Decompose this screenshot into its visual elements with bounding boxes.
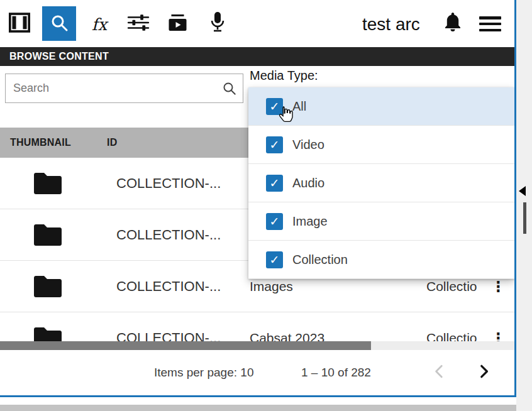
row-id: COLLECTION-... [116,158,221,209]
filters-button[interactable] [127,14,150,33]
option-label: Audio [292,176,324,190]
app-window: fx test arc [0,0,514,395]
search-box [5,74,243,103]
column-header-id[interactable]: ID [107,128,117,158]
browse-content-title: BROWSE CONTENT [9,47,109,66]
app-border-bottom [0,395,516,397]
checkbox-checked-icon[interactable] [266,213,283,230]
items-per-page-label: Items per page: 10 [154,360,253,385]
column-header-thumbnail[interactable]: THUMBNAIL [10,128,71,158]
effects-button[interactable]: fx [86,14,113,35]
row-type: Collectio [426,312,489,341]
fx-icon: fx [92,15,107,34]
microphone-icon [209,11,226,35]
media-type-option-image[interactable]: Image [248,202,514,241]
top-toolbar: fx test arc [0,0,514,47]
right-gutter [516,0,532,411]
row-id: COLLECTION-... [116,209,221,261]
bell-icon [443,11,462,35]
page-range-label: 1 – 10 of 282 [301,360,371,385]
hamburger-icon [479,16,501,19]
row-id: COLLECTION-... [116,261,221,312]
notifications-button[interactable] [443,13,462,34]
media-type-label: Media Type: [250,68,318,83]
checkbox-checked-icon[interactable] [266,136,283,153]
search-input[interactable] [6,74,221,102]
collapse-panel-arrow-icon[interactable] [519,186,526,196]
search-tab-button[interactable] [42,6,76,41]
video-library-button[interactable] [167,14,188,33]
vertical-scrollbar-thumb[interactable] [523,202,526,234]
folder-icon [33,274,63,299]
hamburger-menu-button[interactable] [479,16,501,31]
browse-content-bar: BROWSE CONTENT [0,47,514,66]
row-id: COLLECTION-... [116,312,221,341]
folder-icon [33,326,63,341]
paginator: Items per page: 10 1 – 10 of 282 [0,350,514,395]
window-horizontal-scrollbar[interactable] [0,405,516,411]
film-strip-icon [9,13,30,35]
checkbox-checked-icon[interactable] [266,98,283,115]
items-per-page-value[interactable]: 10 [240,366,253,379]
media-type-option-video[interactable]: Video [248,126,514,164]
media-type-option-collection[interactable]: Collection [248,241,514,279]
search-field-icon[interactable] [222,81,236,96]
option-label: All [292,99,306,114]
folder-icon [33,222,63,248]
table-row[interactable]: COLLECTION-... Cabsat 2023 Collectio [0,312,514,341]
option-label: Image [292,214,328,229]
folder-icon [33,171,63,196]
horizontal-scrollbar-thumb[interactable] [0,341,371,350]
microphone-button[interactable] [209,13,226,34]
table-horizontal-scrollbar[interactable] [0,341,514,350]
sliders-icon [127,13,150,35]
option-label: Collection [292,253,348,267]
media-type-option-audio[interactable]: Audio [248,164,514,202]
video-library-icon [167,13,188,35]
previous-page-button[interactable] [429,362,450,383]
media-type-option-all[interactable]: All [248,87,514,126]
checkbox-checked-icon[interactable] [266,175,283,192]
option-label: Video [292,138,324,152]
screen: fx test arc [0,0,532,411]
search-icon [50,13,69,35]
media-type-dropdown: All Video Audio Image Collection [248,87,514,279]
media-bin-button[interactable] [8,13,31,35]
row-title: Cabsat 2023 [250,312,324,341]
row-menu-icon[interactable] [491,312,506,341]
chevron-left-icon [431,363,448,382]
chevron-right-icon [475,363,492,382]
app-title: test arc [362,14,420,35]
next-page-button[interactable] [473,362,494,383]
checkbox-checked-icon[interactable] [266,251,283,268]
